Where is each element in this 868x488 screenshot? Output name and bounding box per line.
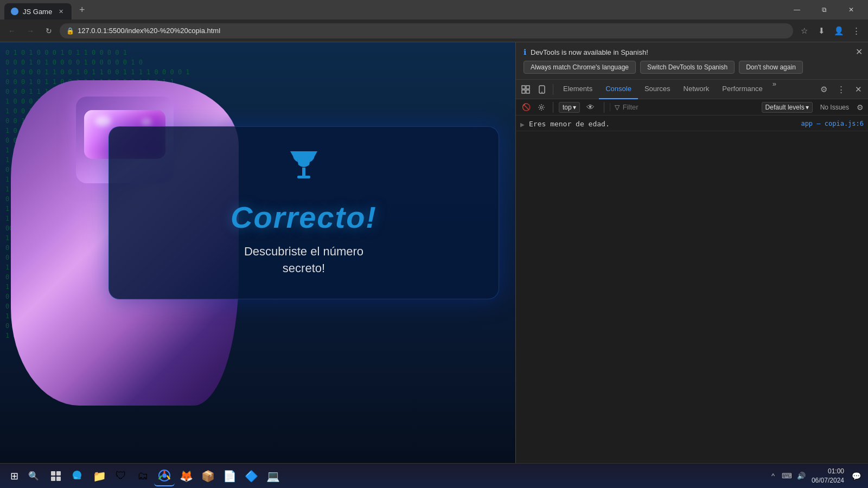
search-button[interactable]: 🔍 — [24, 466, 43, 486]
devtools-menu-button[interactable]: ⋮ — [833, 82, 848, 97]
new-tab-button[interactable]: + — [74, 2, 90, 17]
success-card: Correcto! Descubriste el número secreto! — [108, 126, 499, 299]
close-button[interactable]: ✕ — [839, 2, 864, 18]
no-issues-label: No Issues — [816, 104, 853, 111]
taskbar-app-chrome[interactable] — [154, 466, 175, 486]
volume-icon[interactable]: 🔊 — [795, 470, 807, 482]
menu-button[interactable]: ⋮ — [848, 23, 864, 38]
devtools-panel: ℹ DevTools is now available in Spanish! … — [515, 42, 868, 488]
taskbar-app-taskview[interactable] — [46, 466, 66, 486]
tab-sources[interactable]: Sources — [638, 80, 677, 99]
window-controls: — ⧉ ✕ — [784, 2, 864, 18]
switch-spanish-button[interactable]: Switch DevTools to Spanish — [640, 61, 735, 74]
taskbar-app-security[interactable]: 🛡 — [111, 466, 131, 486]
start-button[interactable]: ⊞ — [4, 466, 24, 486]
profile-button[interactable]: 👤 — [831, 23, 846, 38]
tab-close-button[interactable]: ✕ — [56, 7, 65, 16]
subtitle-line1: Descubriste el número — [244, 245, 363, 258]
match-language-button[interactable]: Always match Chrome's language — [524, 61, 636, 74]
url-text: 127.0.0.1:5500/index%20-%20%20copia.html — [78, 27, 220, 35]
svg-point-7 — [541, 92, 542, 93]
taskbar-app-files[interactable]: 🗂 — [132, 466, 153, 486]
taskbar-app-file-explorer[interactable]: 📁 — [89, 466, 110, 486]
svg-rect-3 — [526, 86, 529, 89]
devtools-toolbar: Elements Console Sources Network Perform… — [516, 80, 868, 99]
more-tabs-button[interactable]: » — [769, 80, 780, 99]
svg-rect-4 — [522, 90, 525, 93]
keyboard-icon[interactable]: ⌨ — [781, 470, 793, 482]
filter-bar: ▽ — [610, 103, 758, 111]
subtitle-text: Descubriste el número secreto! — [142, 243, 466, 277]
title-bar: JS Game ✕ + — ⧉ ✕ — [0, 0, 868, 20]
svg-rect-1 — [297, 176, 310, 178]
eye-button[interactable]: 👁 — [583, 100, 598, 115]
taskbar-app-firefox[interactable]: 🦊 — [176, 466, 196, 486]
info-icon: ℹ — [524, 48, 526, 56]
notification-text: DevTools is now available in Spanish! — [531, 48, 648, 56]
inspect-element-button[interactable] — [518, 82, 533, 97]
filter-icon: ▽ — [615, 104, 620, 111]
url-bar[interactable]: 🔒 127.0.0.1:5500/index%20-%20%20copia.ht… — [60, 23, 793, 38]
clock-date: 06/07/2024 — [812, 476, 844, 485]
notification-close-button[interactable]: ✕ — [856, 47, 863, 57]
active-tab[interactable]: JS Game ✕ — [4, 3, 72, 20]
notification-row: ℹ DevTools is now available in Spanish! — [524, 48, 860, 56]
maximize-button[interactable]: ⧉ — [812, 2, 837, 18]
device-mode-button[interactable] — [534, 82, 550, 97]
filter-input[interactable] — [623, 103, 758, 111]
settings-button[interactable]: ⚙ — [816, 82, 831, 97]
tab-elements[interactable]: Elements — [557, 80, 599, 99]
taskbar: ⊞ 🔍 📁 🛡 🗂 🦊 📦 📄 — [0, 463, 868, 488]
context-selector[interactable]: top ▾ — [559, 102, 580, 113]
tab-network[interactable]: Network — [677, 80, 716, 99]
expand-button[interactable]: ▶ — [520, 120, 529, 129]
default-levels-button[interactable]: Default levels ▾ — [762, 102, 813, 113]
console-settings-button[interactable] — [535, 101, 547, 113]
taskbar-app-acrobat[interactable]: 📄 — [219, 466, 240, 486]
console-message: Eres menor de edad. — [529, 120, 801, 128]
download-button[interactable]: ⬇ — [814, 23, 829, 38]
toolbar-separator-1 — [553, 84, 553, 95]
system-icons: ^ ⌨ 🔊 — [767, 470, 807, 482]
svg-rect-0 — [302, 168, 305, 176]
svg-rect-2 — [522, 86, 525, 89]
clear-console-button[interactable]: 🚫 — [520, 101, 532, 113]
console-toolbar: 🚫 top ▾ 👁 ▽ Default levels ▾ — [516, 99, 868, 115]
taskbar-right: ^ ⌨ 🔊 01:00 06/07/2024 💬 — [767, 467, 864, 485]
tab-title: JS Game — [23, 8, 52, 16]
svg-rect-5 — [526, 90, 529, 93]
svg-point-8 — [540, 106, 542, 108]
taskbar-app-edge[interactable] — [67, 466, 88, 486]
issues-settings-button[interactable]: ⚙ — [857, 103, 864, 112]
subtitle-line2: secreto! — [283, 261, 325, 275]
svg-rect-12 — [56, 477, 61, 481]
visor-glare-1 — [95, 115, 111, 126]
tab-performance[interactable]: Performance — [716, 80, 769, 99]
taskbar-app-teams[interactable]: 📦 — [197, 466, 218, 486]
svg-point-14 — [162, 473, 167, 478]
console-sep-2 — [604, 102, 604, 113]
visor-glare-2 — [141, 118, 152, 126]
show-hidden-icons[interactable]: ^ — [767, 470, 779, 482]
taskbar-app-terminal[interactable]: 💻 — [263, 466, 283, 486]
dont-show-again-button[interactable]: Don't show again — [739, 61, 803, 74]
reload-button[interactable]: ↻ — [41, 23, 56, 38]
devtools-tabs: Elements Console Sources Network Perform… — [557, 80, 780, 99]
notification-center-button[interactable]: 💬 — [848, 468, 864, 484]
minimize-button[interactable]: — — [784, 2, 809, 18]
forward-button[interactable]: → — [23, 23, 38, 38]
tab-console[interactable]: Console — [599, 80, 638, 99]
notification-buttons: Always match Chrome's language Switch De… — [524, 61, 860, 74]
taskbar-app-vscode[interactable]: 🔷 — [241, 466, 261, 486]
tab-group: JS Game ✕ — [4, 0, 72, 20]
close-devtools-button[interactable]: ✕ — [851, 82, 866, 97]
context-label: top — [563, 104, 572, 111]
default-levels-arrow: ▾ — [806, 104, 809, 111]
trophy-icon — [142, 149, 466, 194]
console-source-link[interactable]: app – copia.js:6 — [801, 120, 864, 127]
back-button[interactable]: ← — [4, 23, 20, 38]
console-output: ▶ Eres menor de edad. app – copia.js:6 — [516, 115, 868, 488]
svg-rect-10 — [56, 471, 61, 476]
bookmark-button[interactable]: ☆ — [796, 23, 812, 38]
system-clock[interactable]: 01:00 06/07/2024 — [812, 467, 844, 485]
